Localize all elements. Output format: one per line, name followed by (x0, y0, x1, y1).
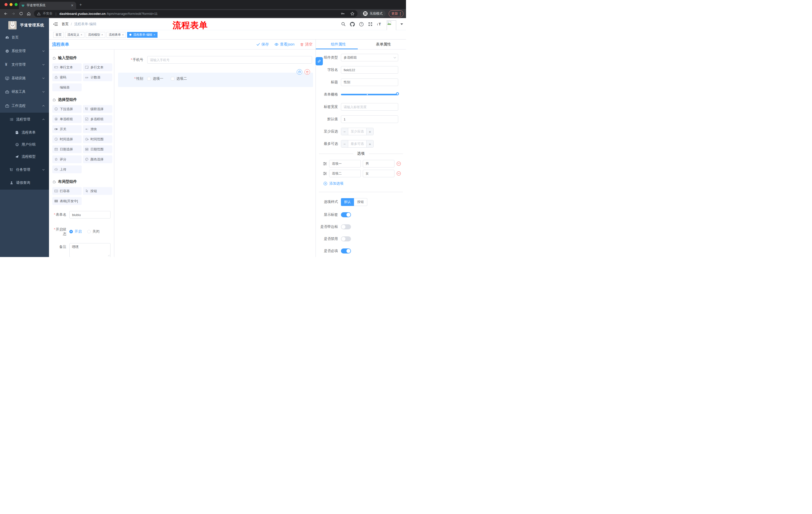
palette-item-single-line-text[interactable]: 单行文本 (52, 63, 82, 71)
min-select-value[interactable]: 至少应选 (348, 128, 366, 135)
help-icon[interactable]: ? (359, 22, 364, 27)
doc-link-button[interactable] (316, 57, 323, 65)
palette-item-dropdown[interactable]: 下拉选择 (52, 105, 82, 113)
style-button-button[interactable]: 按钮 (354, 198, 367, 206)
sidebar-item-payment[interactable]: ¥ 支付管理 (0, 58, 49, 72)
sidebar-item-process-mgmt[interactable]: 流程管理 (0, 113, 49, 126)
comp-type-select[interactable] (341, 54, 398, 61)
gender-option1-checkbox[interactable]: 选项一 (147, 77, 163, 81)
sidebar-item-home[interactable]: 首页 (0, 31, 49, 44)
palette-item-time-picker[interactable]: 时间选择 (52, 135, 82, 143)
new-tab-button[interactable]: + (79, 2, 82, 7)
sidebar-item-process-form[interactable]: 流程表单 (0, 127, 49, 139)
decrease-button[interactable]: − (341, 128, 348, 135)
show-label-toggle[interactable] (341, 212, 351, 217)
palette-item-row-container[interactable]: 行容器 (52, 187, 82, 195)
password-key-icon[interactable] (341, 11, 345, 16)
disabled-toggle[interactable] (341, 236, 351, 241)
tag-process-form-edit[interactable]: 流程表单-编辑× (127, 32, 157, 38)
browser-menu-icon[interactable] (400, 12, 401, 15)
drag-handle-icon[interactable] (323, 162, 327, 166)
drag-handle-icon[interactable] (323, 171, 327, 175)
palette-item-slider[interactable]: 滑块 (83, 125, 112, 133)
address-bar[interactable]: 不安全 | dashboard.yudao.iocoder.cn/bpm/man… (34, 10, 357, 17)
browser-tab[interactable]: 芋道管理系统 ✕ (19, 2, 76, 9)
forward-button[interactable] (11, 11, 16, 16)
avatar[interactable] (387, 20, 396, 31)
label-width-input[interactable] (341, 103, 398, 111)
increase-button[interactable]: + (366, 128, 373, 135)
palette-item-counter[interactable]: 123 计数器 (83, 74, 112, 81)
required-toggle[interactable] (341, 248, 351, 253)
tag-process-model[interactable]: 流程模型× (86, 32, 105, 38)
palette-item-radio-group[interactable]: 单选框组 (52, 115, 82, 123)
option1-value-input[interactable] (363, 160, 395, 167)
close-icon[interactable]: × (101, 33, 103, 36)
default-value-input[interactable] (341, 115, 398, 123)
sidebar-item-leave-query[interactable]: 请假查询 (0, 177, 49, 189)
palette-item-table[interactable]: 表格[开发中] (52, 197, 82, 205)
phone-field-input[interactable] (147, 56, 312, 64)
delete-component-button[interactable] (304, 69, 310, 75)
tag-process-definition[interactable]: 流程定义× (65, 32, 84, 38)
close-icon[interactable]: × (153, 33, 155, 36)
window-minimize-button[interactable] (9, 3, 12, 6)
github-icon[interactable] (350, 22, 355, 27)
sidebar-item-user-group[interactable]: 用户分组 (0, 139, 49, 151)
border-toggle[interactable] (341, 224, 351, 229)
sidebar-collapse-icon[interactable] (53, 22, 58, 26)
palette-item-date-picker[interactable]: 日期选择 (52, 145, 82, 153)
tag-home[interactable]: 首页 (53, 32, 64, 38)
caret-down-icon[interactable] (401, 23, 403, 25)
palette-item-upload[interactable]: 上传 (52, 165, 82, 173)
gender-option2-checkbox[interactable]: 选项二 (171, 77, 187, 81)
style-default-button[interactable]: 默认 (341, 198, 354, 206)
close-icon[interactable]: × (122, 33, 124, 36)
field-name-input[interactable] (341, 66, 398, 74)
back-button[interactable] (3, 11, 8, 16)
tag-process-form[interactable]: 流程表单× (107, 32, 126, 38)
breadcrumb-home[interactable]: 首页 (62, 22, 68, 26)
remove-option-icon[interactable] (397, 161, 401, 166)
palette-item-rate[interactable]: 评分 (52, 155, 82, 163)
decrease-button[interactable]: − (341, 140, 348, 147)
comp-type-value[interactable] (341, 54, 398, 61)
home-button[interactable] (27, 11, 31, 16)
remove-option-icon[interactable] (397, 171, 401, 176)
sidebar-item-infra[interactable]: 基础设施 (0, 72, 49, 85)
fullscreen-icon[interactable] (368, 22, 373, 26)
browser-update-button[interactable]: 更新 (389, 10, 404, 17)
window-close-button[interactable] (4, 3, 7, 6)
max-select-value[interactable]: 最多可选 (348, 140, 366, 147)
window-zoom-button[interactable] (14, 3, 18, 6)
form-remark-textarea[interactable]: 嘿嘿 (69, 243, 111, 257)
sidebar-item-workflow[interactable]: 工作流程 (0, 99, 49, 113)
tab-component-props[interactable]: 组件属性 (316, 39, 361, 49)
add-option-button[interactable]: 添加选项 (323, 181, 406, 186)
palette-item-editor[interactable]: 编辑器 (52, 83, 82, 91)
reload-button[interactable] (19, 11, 23, 16)
form-name-input[interactable] (69, 211, 111, 218)
palette-item-cascader[interactable]: 级联选择 (83, 105, 112, 113)
palette-item-date-range[interactable]: 日期范围 (83, 145, 112, 153)
save-button[interactable]: 保存 (256, 42, 269, 47)
option1-label-input[interactable] (329, 160, 361, 167)
close-icon[interactable]: × (81, 33, 82, 36)
search-icon[interactable] (341, 22, 346, 26)
palette-item-time-range[interactable]: 时间范围 (83, 135, 112, 143)
selected-component-gender[interactable]: *性别 选项一 选项二 (118, 73, 313, 87)
slider-handle[interactable] (396, 92, 399, 95)
status-off-radio[interactable]: 关闭 (87, 229, 99, 234)
palette-item-color-picker[interactable]: 颜色选择 (83, 155, 112, 163)
increase-button[interactable]: + (366, 140, 373, 147)
status-on-radio[interactable]: 开启 (69, 229, 82, 234)
sidebar-item-system[interactable]: 系统管理 (0, 44, 49, 58)
tab-close-icon[interactable]: ✕ (71, 3, 74, 7)
clear-button[interactable]: 清空 (300, 42, 313, 47)
option2-label-input[interactable] (329, 170, 361, 177)
sidebar-item-task-mgmt[interactable]: 任务管理 (0, 164, 49, 176)
title-input[interactable] (341, 78, 398, 86)
palette-item-switch[interactable]: 开关 (52, 125, 82, 133)
tab-form-props[interactable]: 表单属性 (361, 39, 406, 49)
font-size-icon[interactable]: tT (377, 22, 382, 26)
